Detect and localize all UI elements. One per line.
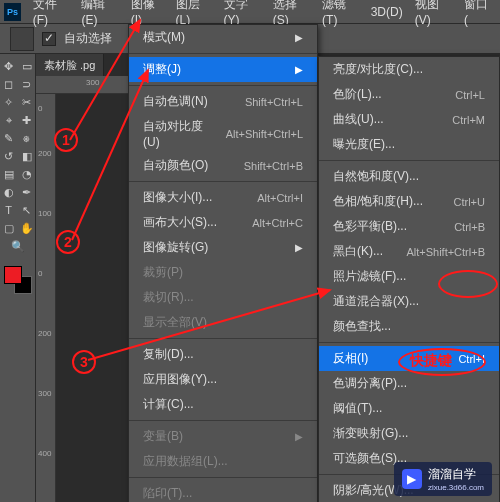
stamp-tool-icon[interactable]: ⎈ — [19, 130, 35, 146]
menu-item-shortcut: Alt+Ctrl+C — [252, 217, 303, 229]
image-menu-item[interactable]: 应用图像(Y)... — [129, 367, 317, 392]
image-menu-item[interactable]: 计算(C)... — [129, 392, 317, 417]
menu-item-label: 阈值(T)... — [333, 400, 382, 417]
menu-edit[interactable]: 编辑(E) — [75, 0, 124, 24]
gradient-tool-icon[interactable]: ▤ — [1, 166, 17, 182]
image-menu-item: 变量(B)▶ — [129, 424, 317, 449]
image-menu-separator — [129, 53, 317, 54]
adjust-menu-item[interactable]: 阈值(T)... — [319, 396, 499, 421]
menu-item-label: 自动色调(N) — [143, 93, 208, 110]
adjust-menu-item[interactable]: 渐变映射(G)... — [319, 421, 499, 446]
pen-tool-icon[interactable]: ✒ — [19, 184, 35, 200]
auto-select-checkbox[interactable] — [42, 32, 56, 46]
adjust-menu-item[interactable]: 色彩平衡(B)...Ctrl+B — [319, 214, 499, 239]
ruler-tick: 200 — [38, 149, 51, 158]
menu-item-shortcut: Alt+Shift+Ctrl+B — [406, 246, 485, 258]
adjust-menu-item[interactable]: 色相/饱和度(H)...Ctrl+U — [319, 189, 499, 214]
zoom-tool-icon[interactable]: 🔍 — [10, 238, 26, 254]
menu-item-label: 变量(B) — [143, 428, 183, 445]
adjust-menu-item[interactable]: 自然饱和度(V)... — [319, 164, 499, 189]
menu-item-shortcut: Ctrl+B — [454, 221, 485, 233]
eyedropper-tool-icon[interactable]: ⌖ — [1, 112, 17, 128]
image-menu-item[interactable]: 调整(J)▶ — [129, 57, 317, 82]
menu-item-shortcut: Alt+Shift+Ctrl+L — [226, 128, 303, 140]
ruler-vertical: 0 200 100 0 200 300 400 — [36, 94, 56, 502]
marquee-tool-icon[interactable]: ◻ — [1, 76, 17, 92]
menu-item-shortcut: Shift+Ctrl+B — [244, 160, 303, 172]
menu-file[interactable]: 文件(F) — [27, 0, 76, 24]
ruler-tick: 300 — [38, 389, 51, 398]
menu-layer[interactable]: 图层(L) — [170, 0, 218, 24]
menu-image[interactable]: 图像(I) — [125, 0, 170, 24]
menu-window[interactable]: 窗口( — [458, 0, 496, 24]
menubar: Ps 文件(F) 编辑(E) 图像(I) 图层(L) 文字(Y) 选择(S) 滤… — [0, 0, 500, 24]
image-menu-item[interactable]: 自动对比度(U)Alt+Shift+Ctrl+L — [129, 114, 317, 153]
submenu-arrow-icon: ▶ — [295, 242, 303, 253]
image-menu-item[interactable]: 画布大小(S)...Alt+Ctrl+C — [129, 210, 317, 235]
menu-item-label: 显示全部(V) — [143, 314, 207, 331]
adjust-menu-item[interactable]: 颜色查找... — [319, 314, 499, 339]
menu-select[interactable]: 选择(S) — [267, 0, 316, 24]
image-menu-separator — [129, 420, 317, 421]
brush-tool-icon[interactable]: ✎ — [1, 130, 17, 146]
dodge-tool-icon[interactable]: ◐ — [1, 184, 17, 200]
hand-tool-icon[interactable]: ✋ — [19, 220, 35, 236]
image-menu-separator — [129, 85, 317, 86]
menu-item-label: 色阶(L)... — [333, 86, 382, 103]
adjust-menu-item[interactable]: 曝光度(E)... — [319, 132, 499, 157]
menu-item-label: 调整(J) — [143, 61, 181, 78]
color-swatches[interactable] — [4, 266, 32, 294]
menu-item-label: 渐变映射(G)... — [333, 425, 408, 442]
move-tool-preset-icon[interactable] — [10, 27, 34, 51]
artboard-tool-icon[interactable]: ▭ — [19, 58, 35, 74]
menu-item-label: 应用数据组(L)... — [143, 453, 228, 470]
image-menu-item[interactable]: 复制(D)... — [129, 342, 317, 367]
adjust-menu-separator — [319, 160, 499, 161]
submenu-arrow-icon: ▶ — [295, 32, 303, 43]
history-brush-icon[interactable]: ↺ — [1, 148, 17, 164]
adjust-menu-item[interactable]: 曲线(U)...Ctrl+M — [319, 107, 499, 132]
menu-type[interactable]: 文字(Y) — [218, 0, 267, 24]
shape-tool-icon[interactable]: ▢ — [1, 220, 17, 236]
toolbox: ✥▭ ◻⊃ ✧✂ ⌖✚ ✎⎈ ↺◧ ▤◔ ◐✒ T↖ ▢✋ 🔍 — [0, 54, 36, 502]
menu-view[interactable]: 视图(V) — [409, 0, 458, 24]
image-menu-item[interactable]: 自动颜色(O)Shift+Ctrl+B — [129, 153, 317, 178]
menu-item-label: 裁切(R)... — [143, 289, 194, 306]
watermark-brand: 溜溜自学 — [428, 466, 484, 483]
menu-3d[interactable]: 3D(D) — [365, 0, 409, 24]
adjust-menu-item[interactable]: 色调分离(P)... — [319, 371, 499, 396]
watermark-logo-icon: ▶ — [402, 469, 422, 489]
adjust-menu-separator — [319, 342, 499, 343]
adjust-menu-item[interactable]: 色阶(L)...Ctrl+L — [319, 82, 499, 107]
adjust-menu-item[interactable]: 照片滤镜(F)... — [319, 264, 499, 289]
image-menu-item[interactable]: 图像大小(I)...Alt+Ctrl+I — [129, 185, 317, 210]
adjust-menu-item[interactable]: 黑白(K)...Alt+Shift+Ctrl+B — [319, 239, 499, 264]
adjust-menu-item[interactable]: 通道混合器(X)... — [319, 289, 499, 314]
image-menu-item[interactable]: 图像旋转(G)▶ — [129, 235, 317, 260]
adjust-menu-item[interactable]: 反相(I)Ctrl+I — [319, 346, 499, 371]
document-tab[interactable]: 素材脸 .pg — [36, 54, 104, 76]
adjust-menu-item[interactable]: 亮度/对比度(C)... — [319, 57, 499, 82]
menu-item-shortcut: Alt+Ctrl+I — [257, 192, 303, 204]
path-tool-icon[interactable]: ↖ — [19, 202, 35, 218]
image-menu-item[interactable]: 自动色调(N)Shift+Ctrl+L — [129, 89, 317, 114]
ruler-tick: 400 — [38, 449, 51, 458]
crop-tool-icon[interactable]: ✂ — [19, 94, 35, 110]
type-tool-icon[interactable]: T — [1, 202, 17, 218]
menu-item-shortcut: Shift+Ctrl+L — [245, 96, 303, 108]
menu-item-label: 图像旋转(G) — [143, 239, 208, 256]
blur-tool-icon[interactable]: ◔ — [19, 166, 35, 182]
foreground-color-swatch[interactable] — [4, 266, 22, 284]
menu-item-label: 自动颜色(O) — [143, 157, 208, 174]
wand-tool-icon[interactable]: ✧ — [1, 94, 17, 110]
image-menu-item[interactable]: 模式(M)▶ — [129, 25, 317, 50]
menu-filter[interactable]: 滤镜(T) — [316, 0, 365, 24]
eraser-tool-icon[interactable]: ◧ — [19, 148, 35, 164]
menu-item-label: 照片滤镜(F)... — [333, 268, 406, 285]
image-menu-item: 应用数据组(L)... — [129, 449, 317, 474]
menu-item-label: 自动对比度(U) — [143, 118, 206, 149]
menu-item-shortcut: Ctrl+I — [458, 353, 485, 365]
move-tool-icon[interactable]: ✥ — [1, 58, 17, 74]
lasso-tool-icon[interactable]: ⊃ — [19, 76, 35, 92]
heal-tool-icon[interactable]: ✚ — [19, 112, 35, 128]
